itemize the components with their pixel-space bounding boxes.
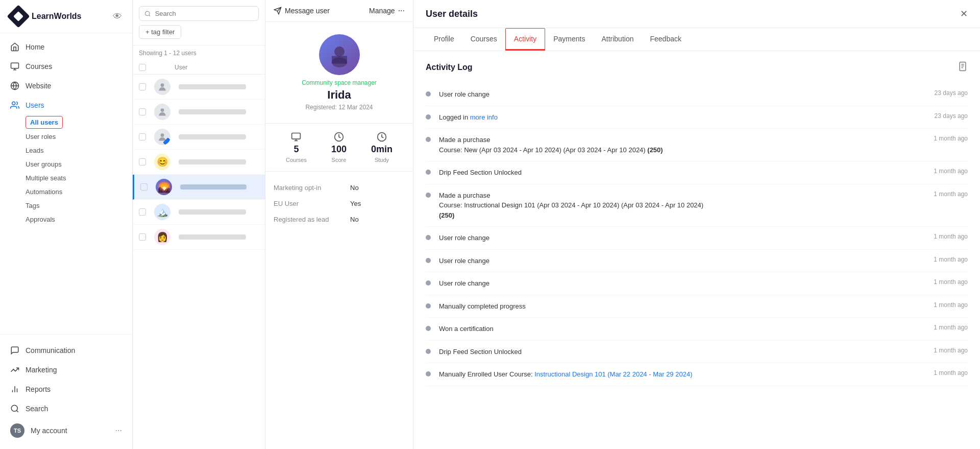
tab-payments[interactable]: Payments <box>545 29 593 51</box>
table-row[interactable] <box>133 75 265 100</box>
manage-label: Manage <box>369 7 395 15</box>
sidebar-item-home[interactable]: Home <box>0 37 132 57</box>
subitem-tags[interactable]: Tags <box>26 199 132 212</box>
activity-time: 1 month ago <box>934 256 968 263</box>
meta-eu-user: EU User Yes <box>274 196 405 211</box>
activity-item: User role change 1 month ago <box>426 250 968 273</box>
table-row[interactable]: 🏔️ <box>133 200 265 225</box>
row-checkbox[interactable] <box>139 158 146 166</box>
more-info-link[interactable]: more info <box>470 113 498 121</box>
tab-feedback[interactable]: Feedback <box>642 29 689 51</box>
my-account-label: My account <box>31 427 67 435</box>
subitem-user-roles[interactable]: User roles <box>26 130 132 144</box>
sidebar-item-my-account[interactable]: TS My account ··· <box>0 418 132 443</box>
row-checkbox[interactable] <box>139 83 146 90</box>
courses-count: 5 <box>293 144 299 155</box>
checkbox-all[interactable] <box>139 64 154 71</box>
subitem-user-groups[interactable]: User groups <box>26 157 132 171</box>
sidebar-item-marketing[interactable]: Marketing <box>0 360 132 380</box>
subitem-leads[interactable]: Leads <box>26 144 132 157</box>
tab-activity[interactable]: Activity <box>505 28 545 51</box>
avatar: 🌄 <box>156 179 172 195</box>
activity-time: 23 days ago <box>935 112 968 120</box>
activity-text: Manually completed progress <box>439 302 526 310</box>
row-checkbox[interactable] <box>139 133 146 140</box>
details-title: User details <box>426 9 478 19</box>
sidebar-item-reports[interactable]: Reports <box>0 380 132 399</box>
activity-item: Drip Feed Section Unlocked 1 month ago <box>426 341 968 364</box>
subitem-label-automations[interactable]: Automations <box>26 185 132 199</box>
table-row[interactable]: 🌄 <box>133 175 265 200</box>
tab-attribution[interactable]: Attribution <box>593 29 642 51</box>
export-icon[interactable] <box>958 61 968 73</box>
activity-item: Logged in more info 23 days ago <box>426 106 968 129</box>
score-label: Score <box>332 157 347 163</box>
table-row[interactable] <box>133 125 265 150</box>
activity-dot <box>426 258 431 263</box>
meta-marketing-value: No <box>350 184 359 192</box>
activity-time: 1 month ago <box>934 278 968 286</box>
details-header: User details ✕ <box>413 0 980 28</box>
subitem-label-approvals[interactable]: Approvals <box>26 212 132 226</box>
purchase2-bold: (250) <box>439 211 454 219</box>
filter-tag-button[interactable]: + tag filter <box>139 25 181 39</box>
user-name-blurred <box>179 134 246 139</box>
sidebar-item-search[interactable]: Search <box>0 399 132 418</box>
subitem-label-tags[interactable]: Tags <box>26 199 132 212</box>
activity-text-wrap: User role change <box>439 233 925 243</box>
row-checkbox[interactable] <box>139 208 146 216</box>
sidebar-item-website[interactable]: Website <box>0 76 132 96</box>
avatar <box>154 79 170 95</box>
table-row[interactable] <box>133 100 265 125</box>
enrolled-course-label: Course: <box>509 370 533 378</box>
sidebar-item-communication[interactable]: Communication <box>0 341 132 360</box>
tab-courses[interactable]: Courses <box>462 29 505 51</box>
subitem-approvals[interactable]: Approvals <box>26 212 132 226</box>
subitem-multiple-seats[interactable]: Multiple seats <box>26 171 132 185</box>
user-name-blurred <box>179 84 246 89</box>
table-row[interactable]: 👩 <box>133 225 265 250</box>
activity-text-wrap: Manually completed progress <box>439 301 925 312</box>
logged-in-text: Logged in <box>439 113 468 121</box>
activity-text: Manually Enrolled User Course: Instructi… <box>439 370 692 378</box>
subitem-automations[interactable]: Automations <box>26 185 132 199</box>
message-user-button[interactable]: Message user <box>274 7 330 15</box>
avatar: 😊 <box>154 154 170 170</box>
row-checkbox[interactable] <box>139 108 146 115</box>
subitem-all-users[interactable]: All users <box>26 115 132 130</box>
subitem-label-user-roles[interactable]: User roles <box>26 130 132 144</box>
tab-attribution-label: Attribution <box>601 35 633 43</box>
activity-time: 1 month ago <box>934 324 968 331</box>
activity-text: User role change <box>439 279 489 287</box>
communication-label: Communication <box>26 346 75 355</box>
search-input[interactable] <box>155 10 253 17</box>
sidebar-item-users[interactable]: Users <box>0 96 132 115</box>
purchase2-sub: Course: Instructional Design 101 (Apr 03… <box>439 201 703 209</box>
activity-dot <box>426 137 431 142</box>
meta-eu-label: EU User <box>274 200 350 207</box>
table-row[interactable]: 😊 <box>133 150 265 175</box>
tab-profile[interactable]: Profile <box>426 29 462 51</box>
subitem-label-all-users[interactable]: All users <box>26 116 63 129</box>
enrolled-course-link[interactable]: Instructional Design 101 (Mar 22 2024 - … <box>534 370 692 378</box>
subitem-label-leads[interactable]: Leads <box>26 144 132 157</box>
activity-text-wrap: Made a purchase Course: Instructional De… <box>439 191 925 221</box>
sidebar-item-courses[interactable]: Courses <box>0 57 132 76</box>
row-checkbox[interactable] <box>139 233 146 241</box>
tab-courses-label: Courses <box>471 35 497 43</box>
subitem-label-user-groups[interactable]: User groups <box>26 157 132 171</box>
subitem-label-multiple-seats[interactable]: Multiple seats <box>26 171 132 185</box>
activity-item: User role change 23 days ago <box>426 83 968 106</box>
activity-text-wrap: Logged in more info <box>439 112 926 123</box>
close-button[interactable]: ✕ <box>960 8 968 19</box>
svg-rect-0 <box>11 63 19 68</box>
score-stat-icon <box>334 132 344 142</box>
users-icon <box>10 101 19 110</box>
preview-icon[interactable]: 👁 <box>113 11 122 22</box>
activity-item: Made a purchase Course: Instructional De… <box>426 184 968 227</box>
activity-text-wrap: Won a certification <box>439 324 925 334</box>
manage-button[interactable]: Manage ··· <box>369 6 405 15</box>
row-checkbox[interactable] <box>140 183 148 191</box>
user-name-blurred <box>179 159 246 164</box>
logo-icon <box>7 5 30 28</box>
